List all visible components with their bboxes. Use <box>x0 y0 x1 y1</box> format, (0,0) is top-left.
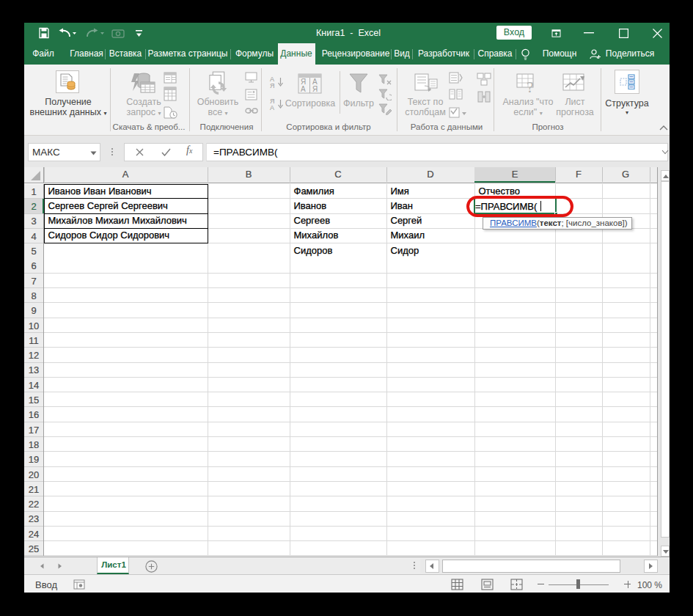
svg-text:А: А <box>301 85 306 93</box>
svg-text:?: ? <box>527 78 534 94</box>
svg-text:Я: Я <box>312 85 318 93</box>
